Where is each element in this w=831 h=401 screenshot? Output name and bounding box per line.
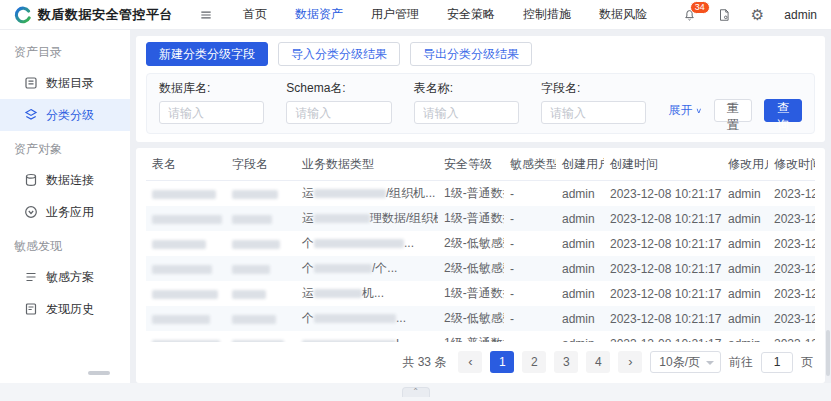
menu-collapse-icon[interactable] <box>199 8 213 22</box>
field-label: 字段名: <box>541 80 646 97</box>
table-row: 运机...1级-普通数据-admin2023-12-08 10:21:17adm… <box>146 281 815 306</box>
redacted-text <box>302 340 396 342</box>
import-results-button[interactable]: 导入分类分级结果 <box>278 42 400 66</box>
cell-security-level: 1级-普通数据 <box>438 181 504 207</box>
filter-field-schema: Schema名: <box>286 80 391 124</box>
sidebar-item-classification-grading[interactable]: 分类分级 <box>0 99 130 131</box>
pagination: 共 33 条 ‹ 1 2 3 4 › 10条/页 前往 页 <box>146 342 815 383</box>
redacted-text <box>314 239 404 248</box>
sidebar-item-discovery-history[interactable]: 发现历史 <box>0 293 130 325</box>
page-button-1[interactable]: 1 <box>490 351 514 373</box>
redacted-text <box>232 240 280 249</box>
col-business-type: 业务数据类型 <box>296 148 438 181</box>
cell-modify-user: admin <box>722 256 768 281</box>
sidebar: 资产目录 数据目录 分类分级 资产对象 数据连接 业务应用 敏感发现 敏感方案 … <box>0 30 130 383</box>
col-security-level: 安全等级 <box>438 148 504 181</box>
page-button-3[interactable]: 3 <box>554 351 578 373</box>
page-size-select[interactable]: 10条/页 <box>650 351 721 373</box>
sidebar-item-label: 数据目录 <box>46 75 94 92</box>
search-button[interactable]: 查询 <box>764 99 802 122</box>
goto-page-input[interactable] <box>761 352 793 373</box>
cell-modify-time: 2023-12-08 10 <box>768 231 815 256</box>
cell-create-user: admin <box>556 231 604 256</box>
col-modify-time: 修改时间 <box>768 148 815 181</box>
current-user[interactable]: admin <box>784 8 817 22</box>
redacted-text <box>314 189 386 198</box>
bottom-strip: ⌃ <box>0 383 831 401</box>
sidebar-item-business-application[interactable]: 业务应用 <box>0 196 130 228</box>
schema-name-input[interactable] <box>286 101 391 124</box>
nav-item-security-policy[interactable]: 安全策略 <box>447 6 495 23</box>
field-name-input[interactable] <box>541 101 646 124</box>
table-row: 个/个...2级-低敏感数...-admin2023-12-08 10:21:1… <box>146 256 815 281</box>
main-layout: 资产目录 数据目录 分类分级 资产对象 数据连接 业务应用 敏感发现 敏感方案 … <box>0 30 831 383</box>
cell-business-type: L... <box>296 331 438 342</box>
nav-item-data-risk[interactable]: 数据风险 <box>599 6 647 23</box>
cell-field-name <box>226 306 296 331</box>
cell-field-name <box>226 181 296 207</box>
cell-business-type: 个... <box>296 231 438 256</box>
database-icon <box>24 173 38 187</box>
nav-item-data-assets[interactable]: 数据资产 <box>295 6 343 23</box>
redacted-text <box>314 214 370 223</box>
nav-item-control-measures[interactable]: 控制措施 <box>523 6 571 23</box>
filter-card: 新建分类分级字段 导入分类分级结果 导出分类分级结果 数据库名: Schema名… <box>136 36 825 142</box>
cell-table-name <box>146 306 226 331</box>
table-row: 运理数据/组织机...1级-普通数据-admin2023-12-08 10:21… <box>146 206 815 231</box>
cell-create-time: 2023-12-08 10:21:17 <box>604 256 722 281</box>
cell-field-name <box>226 206 296 231</box>
cell-modify-time: 2023-12-08 10 <box>768 256 815 281</box>
prev-page-icon[interactable]: ‹ <box>458 351 482 373</box>
cell-table-name <box>146 281 226 306</box>
sidebar-item-label: 数据连接 <box>46 172 94 189</box>
redacted-text <box>314 289 362 298</box>
app-logo: 数盾数据安全管控平台 <box>14 6 173 24</box>
sidebar-item-data-connection[interactable]: 数据连接 <box>0 164 130 196</box>
cell-modify-user: admin <box>722 181 768 207</box>
cell-create-user: admin <box>556 206 604 231</box>
classification-icon <box>24 108 38 122</box>
cell-create-user: admin <box>556 331 604 342</box>
cell-business-type: 个... <box>296 306 438 331</box>
table-name-input[interactable] <box>414 101 519 124</box>
nav-item-user-management[interactable]: 用户管理 <box>371 6 419 23</box>
page-button-4[interactable]: 4 <box>586 351 610 373</box>
reset-button[interactable]: 重置 <box>714 99 752 122</box>
filter-panel: 数据库名: Schema名: 表名称: 字段名: 展开 <box>146 73 815 134</box>
sidebar-item-data-catalog[interactable]: 数据目录 <box>0 67 130 99</box>
cell-create-time: 2023-12-08 10:21:17 <box>604 231 722 256</box>
redacted-text <box>152 215 222 224</box>
vertical-scrollbar-thumb[interactable] <box>826 330 830 376</box>
expand-filters-link[interactable]: 展开 ∨ <box>668 102 702 119</box>
col-field-name: 字段名 <box>226 148 296 181</box>
collapse-panel-handle[interactable]: ⌃ <box>402 387 430 397</box>
cell-sensitive-type: - <box>504 181 556 207</box>
cell-security-level: 1级-普通数据 <box>438 331 504 342</box>
cell-modify-user: admin <box>722 331 768 342</box>
table-row: 运/组织机...1级-普通数据-admin2023-12-08 10:21:17… <box>146 181 815 207</box>
redacted-text <box>152 315 210 324</box>
main-content: 新建分类分级字段 导入分类分级结果 导出分类分级结果 数据库名: Schema名… <box>130 30 831 383</box>
cell-create-time: 2023-12-08 10:21:17 <box>604 181 722 207</box>
col-modify-user: 修改用户 <box>722 148 768 181</box>
settings-gear-icon[interactable]: ⚙ <box>751 7 764 22</box>
cell-sensitive-type: - <box>504 331 556 342</box>
col-table-name: 表名 <box>146 148 226 181</box>
horizontal-scrollbar-thumb[interactable] <box>88 371 110 375</box>
document-report-icon[interactable] <box>717 8 731 22</box>
redacted-text <box>232 290 266 299</box>
app-title: 数盾数据安全管控平台 <box>38 6 173 24</box>
cell-field-name <box>226 231 296 256</box>
notification-bell-icon[interactable]: 34 <box>682 7 697 22</box>
nav-item-home[interactable]: 首页 <box>243 6 267 23</box>
database-name-input[interactable] <box>159 101 264 124</box>
sidebar-item-sensitive-plan[interactable]: 敏感方案 <box>0 261 130 293</box>
redacted-text <box>152 190 216 199</box>
redacted-text <box>232 265 270 274</box>
export-results-button[interactable]: 导出分类分级结果 <box>410 42 532 66</box>
col-create-user: 创建用户 <box>556 148 604 181</box>
page-button-2[interactable]: 2 <box>522 351 546 373</box>
cell-field-name <box>226 256 296 281</box>
next-page-icon[interactable]: › <box>618 351 642 373</box>
new-classification-field-button[interactable]: 新建分类分级字段 <box>146 42 268 66</box>
